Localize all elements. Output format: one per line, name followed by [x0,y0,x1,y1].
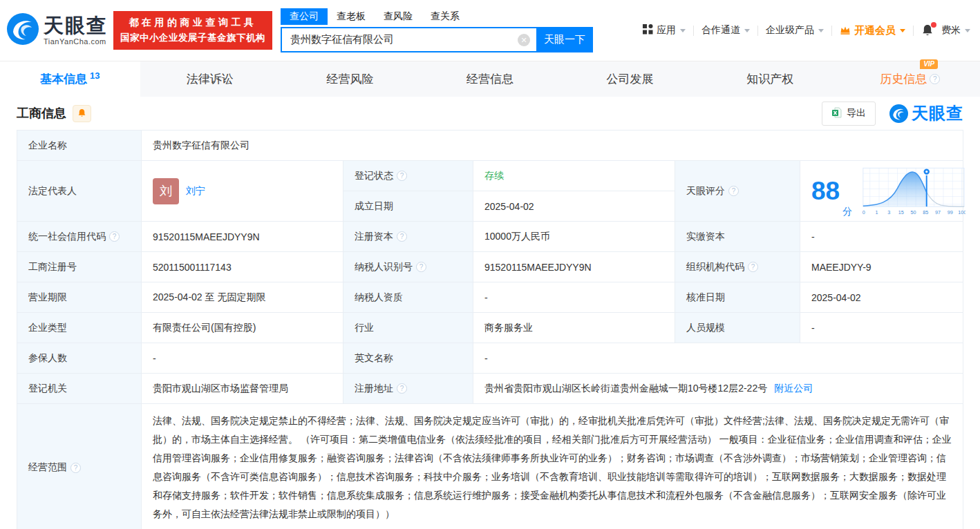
field-label: 登记状态 [343,161,473,191]
vip-badge: VIP [920,59,938,69]
nav-partner[interactable]: 合作通道 [701,24,750,37]
svg-text:1: 1 [876,209,878,215]
help-icon[interactable] [930,74,940,84]
tab-history-info[interactable]: 历史信息 VIP [840,61,980,97]
clear-icon[interactable] [518,34,530,46]
search-button[interactable]: 天眼一下 [536,27,593,52]
reg-capital-value: 10000万人民币 [473,222,675,251]
nearby-companies-link[interactable]: 附近公司 [774,383,813,395]
tab-company-development[interactable]: 公司发展 [560,61,700,97]
divider [693,26,694,36]
tab-basic-info[interactable]: 基本信息 13 [0,61,140,97]
reg-address-value: 贵州省贵阳市观山湖区长岭街道贵州金融城一期10号楼12层2-22号 附近公司 [473,374,963,403]
page-tabbar: 基本信息 13 法律诉讼 经营风险 经营信息 公司发展 知识产权 历史信息 VI… [0,61,980,97]
company-type-value: 有限责任公司(国有控股) [142,313,343,343]
search-tab-relation[interactable]: 查关系 [422,8,469,25]
monitor-bell-badge[interactable] [73,105,91,122]
svg-text:99: 99 [948,209,953,215]
table-row: 营业期限 2025-04-02 至 无固定期限 纳税人资质 - 核准日期 202… [17,282,963,313]
reg-authority-value: 贵阳市观山湖区市场监督管理局 [142,374,343,403]
field-label: 天眼评分 [675,161,800,221]
table-row: 登记机关 贵阳市观山湖区市场监督管理局 注册地址 贵州省贵阳市观山湖区长岭街道贵… [17,374,963,404]
search-tab-company[interactable]: 查公司 [281,8,328,25]
field-label: 英文名称 [343,343,473,373]
section-title: 工商信息 [17,105,66,122]
help-icon[interactable] [416,262,426,272]
field-label: 行业 [343,313,473,343]
tianyancha-logo[interactable]: 天眼查 TianYanCha.com [7,13,108,48]
help-icon[interactable] [397,171,407,181]
search-tab-boss[interactable]: 查老板 [328,8,375,25]
help-icon[interactable] [397,231,407,242]
search-input[interactable] [282,34,536,46]
field-label: 成立日期 [343,191,473,221]
help-icon[interactable] [748,262,758,272]
legal-rep-link[interactable]: 刘宁 [186,185,205,198]
notification-bell[interactable] [921,24,934,37]
notification-dot [931,22,936,28]
help-icon[interactable] [397,383,407,394]
chevron-down-icon [744,29,750,32]
tab-business-info[interactable]: 经营信息 [420,61,560,97]
brand-domain: TianYanCha.com [44,38,108,46]
help-icon[interactable] [109,231,120,242]
legal-rep-avatar[interactable]: 刘 [153,178,179,204]
table-row: 参保人数 - 英文名称 - [17,343,963,374]
svg-text:97: 97 [935,209,941,215]
reg-status-value: 存续 [473,161,675,191]
field-label: 注册地址 [343,374,473,403]
score-cell: 88 分 [800,161,970,221]
nav-enterprise[interactable]: 企业级产品 [766,24,824,37]
field-label: 营业期限 [17,282,142,312]
bell-icon [77,108,86,118]
field-label: 注册资本 [343,222,473,251]
nav-open-vip[interactable]: 开通会员 [840,24,905,37]
grid-icon [643,24,653,37]
table-row: 法定代表人 刘 刘宁 登记状态 存续 成立日期 2025-04-02 天眼评分 … [17,161,963,222]
field-label: 实缴资本 [675,222,800,251]
tianyancha-logo-icon [7,13,39,48]
score-unit: 分 [842,206,852,218]
field-label: 登记机关 [17,374,142,403]
help-icon[interactable] [70,463,81,473]
field-label: 纳税人识别号 [343,252,473,282]
divider [757,26,758,36]
field-label: 企业类型 [17,313,142,343]
business-scope-value: 法律、法规、国务院决定规定禁止的不得经营；法律、法规、国务院决定规定应当许可（审… [142,404,963,529]
establish-date-value: 2025-04-02 [473,191,675,221]
field-label: 核准日期 [675,282,800,312]
legal-rep-cell: 刘 刘宁 [142,161,343,221]
svg-text:85: 85 [923,209,928,215]
crown-icon [840,25,851,37]
table-row: 企业类型 有限责任公司(国有控股) 行业 商务服务业 人员规模 - [17,313,963,343]
reg-number-value: 520115001117143 [142,252,343,282]
nav-apps[interactable]: 应用 [643,24,686,37]
export-button[interactable]: 导出 [822,102,876,126]
svg-text:15: 15 [898,209,904,215]
section-header: 工商信息 导出 天眼查 [0,97,980,130]
watermark-logo: 天眼查 [889,102,963,124]
business-term-value: 2025-04-02 至 无固定期限 [142,282,343,312]
table-row: 统一社会信用代码 91520115MAEEJDYY9N 注册资本 10000万人… [17,222,963,252]
promo-line1: 都在用的商业查询工具 [120,17,265,29]
taxpayer-quality-value: - [473,282,675,312]
paid-capital-value: - [800,222,963,251]
svg-text:0: 0 [863,209,865,215]
chevron-down-icon [900,29,905,32]
tab-operating-risk[interactable]: 经营风险 [280,61,420,97]
search-tab-risk[interactable]: 查风险 [375,8,422,25]
taxpayer-id-value: 91520115MAEEJDYY9N [473,252,675,282]
tab-legal-proceedings[interactable]: 法律诉讼 [140,61,281,97]
help-icon[interactable] [728,186,739,196]
insured-count-value: - [142,343,343,373]
field-label: 经营范围 [17,404,142,529]
watermark-text: 天眼查 [912,102,963,124]
tianyancha-logo-icon [889,104,908,123]
approval-date-value: 2025-04-02 [800,282,963,312]
svg-text:50: 50 [911,209,916,215]
divider [831,26,832,36]
user-menu[interactable]: 费米 [941,24,970,37]
chart-axis-labels: 0 1 3 15 50 85 97 99 100 [863,209,965,215]
brand-name: 天眼查 [44,16,108,36]
tab-intellectual-property[interactable]: 知识产权 [700,61,840,97]
